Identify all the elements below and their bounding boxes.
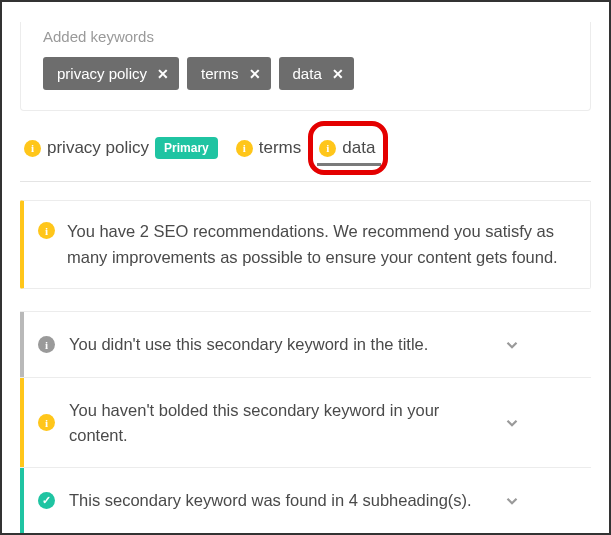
info-icon: i — [319, 140, 336, 157]
chevron-down-icon — [503, 336, 521, 354]
close-icon[interactable]: ✕ — [157, 66, 169, 82]
status-stripe — [20, 468, 24, 533]
seo-recommendation-callout: i You have 2 SEO recommendations. We rec… — [20, 200, 591, 289]
info-icon: i — [38, 336, 55, 353]
keyword-chip-list: privacy policy ✕ terms ✕ data ✕ — [43, 57, 568, 90]
accordion-text: You didn't use this secondary keyword in… — [69, 332, 489, 357]
divider — [20, 181, 591, 182]
tab-privacy-policy[interactable]: i privacy policy Primary — [22, 133, 220, 163]
tab-terms[interactable]: i terms — [234, 134, 304, 162]
chip-label: privacy policy — [57, 65, 147, 82]
keyword-chip[interactable]: data ✕ — [279, 57, 354, 90]
tab-label: terms — [259, 138, 302, 158]
tab-label: data — [342, 138, 375, 158]
tab-data[interactable]: i data — [317, 134, 381, 162]
status-stripe — [20, 378, 24, 468]
chip-label: data — [293, 65, 322, 82]
added-keywords-title: Added keywords — [43, 28, 568, 45]
keyword-tabs: i privacy policy Primary i terms i data — [20, 129, 591, 171]
info-icon: i — [24, 140, 41, 157]
chevron-down-icon — [503, 414, 521, 432]
keyword-chip[interactable]: privacy policy ✕ — [43, 57, 179, 90]
added-keywords-panel: Added keywords privacy policy ✕ terms ✕ … — [20, 22, 591, 111]
keyword-chip[interactable]: terms ✕ — [187, 57, 271, 90]
accordion-item[interactable]: i You didn't use this secondary keyword … — [20, 311, 591, 378]
status-stripe — [20, 312, 24, 377]
recommendation-text: You have 2 SEO recommendations. We recom… — [67, 219, 568, 270]
close-icon[interactable]: ✕ — [249, 66, 261, 82]
accordion-item[interactable]: ✓ This secondary keyword was found in 4 … — [20, 468, 591, 534]
accordion-item[interactable]: i You haven't bolded this secondary keyw… — [20, 378, 591, 469]
accordion-text: This secondary keyword was found in 4 su… — [69, 488, 489, 513]
chip-label: terms — [201, 65, 239, 82]
info-icon: i — [38, 414, 55, 431]
info-icon: i — [236, 140, 253, 157]
close-icon[interactable]: ✕ — [332, 66, 344, 82]
accordion-text: You haven't bolded this secondary keywor… — [69, 398, 489, 448]
info-icon: i — [38, 222, 55, 239]
chevron-down-icon — [503, 492, 521, 510]
primary-badge: Primary — [155, 137, 218, 159]
check-icon: ✓ — [38, 492, 55, 509]
active-tab-underline — [317, 163, 381, 166]
tab-label: privacy policy — [47, 138, 149, 158]
